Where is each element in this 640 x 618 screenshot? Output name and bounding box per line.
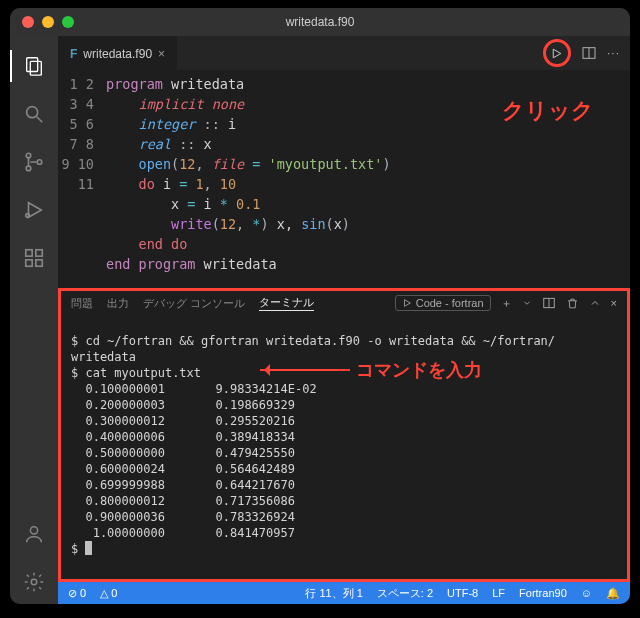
source-control-icon[interactable] [10,140,58,184]
status-eol[interactable]: LF [492,587,505,599]
output-row: 0.600000024 0.564642489 [71,462,295,476]
svg-marker-7 [29,203,42,218]
svg-point-5 [26,166,31,171]
activity-bar [10,36,58,604]
status-errors[interactable]: ⊘ 0 [68,587,86,600]
annotation-command: コマンドを入力 [260,358,482,382]
status-warnings[interactable]: △ 0 [100,587,117,600]
run-debug-icon[interactable] [10,188,58,232]
close-tab-icon[interactable]: × [158,47,165,61]
svg-line-3 [37,117,43,123]
svg-point-14 [31,579,37,585]
tab-problems[interactable]: 問題 [71,296,93,311]
code-content[interactable]: program writedata implicit none integer … [106,70,391,288]
status-lang[interactable]: Fortran90 [519,587,567,599]
svg-point-6 [37,160,42,165]
terminal-line: $ cat myoutput.txt [71,366,201,380]
status-encoding[interactable]: UTF-8 [447,587,478,599]
status-feedback-icon[interactable]: ☺ [581,587,592,599]
svg-point-2 [27,107,38,118]
run-button[interactable] [543,39,571,67]
svg-point-13 [30,527,37,534]
output-row: 0.100000001 9.98334214E-02 [71,382,317,396]
tab-output[interactable]: 出力 [107,296,129,311]
output-row: 0.900000036 0.783326924 [71,510,295,524]
status-bar: ⊘ 0 △ 0 行 11、列 1 スペース: 2 UTF-8 LF Fortra… [58,582,630,604]
output-row: 0.300000012 0.295520216 [71,414,295,428]
close-panel-icon[interactable]: × [611,297,617,309]
svg-rect-11 [36,260,42,266]
file-icon: F [70,47,77,61]
tab-label: writedata.f90 [83,47,152,61]
terminal-dropdown-icon[interactable] [522,298,532,308]
search-icon[interactable] [10,92,58,136]
panel-tabs: 問題 出力 デバッグ コンソール ターミナル Code - fortran ＋ [61,291,627,315]
svg-rect-0 [27,58,38,72]
tab-writedata[interactable]: F writedata.f90 × [58,36,177,70]
output-row: 0.800000012 0.717356086 [71,494,295,508]
line-gutter: 1 2 3 4 5 6 7 8 9 10 11 [58,70,106,288]
settings-icon[interactable] [10,560,58,604]
arrow-left-icon [260,369,350,371]
trash-icon[interactable] [566,297,579,310]
output-row: 0.699999988 0.644217670 [71,478,295,492]
split-editor-icon[interactable] [581,45,597,61]
titlebar: writedata.f90 [10,8,630,36]
maximize-panel-icon[interactable] [589,297,601,309]
terminal-profile[interactable]: Code - fortran [395,295,491,311]
window-title: writedata.f90 [10,15,630,29]
svg-rect-10 [26,260,32,266]
output-row: 1.00000000 0.841470957 [71,526,295,540]
svg-rect-12 [36,250,42,256]
explorer-icon[interactable] [10,44,58,88]
status-bell-icon[interactable]: 🔔 [606,587,620,600]
terminal-prompt: $ [71,542,85,556]
svg-marker-15 [554,49,562,58]
editor-actions: ··· [543,36,630,70]
svg-rect-9 [26,250,32,256]
extensions-icon[interactable] [10,236,58,280]
more-icon[interactable]: ··· [607,46,620,60]
split-terminal-icon[interactable] [542,296,556,310]
terminal-line: writedata [71,350,136,364]
status-spaces[interactable]: スペース: 2 [377,586,433,601]
tab-debug-console[interactable]: デバッグ コンソール [143,296,245,311]
terminal-line: $ cd ~/fortran && gfortran writedata.f90… [71,334,555,348]
account-icon[interactable] [10,512,58,556]
svg-marker-18 [404,300,410,307]
svg-rect-1 [30,61,41,75]
cursor [85,541,92,555]
status-lncol[interactable]: 行 11、列 1 [305,586,362,601]
tab-bar: F writedata.f90 × ··· [58,36,630,70]
annotation-click: クリック [502,96,594,126]
tab-terminal[interactable]: ターミナル [259,295,314,311]
output-row: 0.500000000 0.479425550 [71,446,295,460]
terminal-content[interactable]: $ cd ~/fortran && gfortran writedata.f90… [61,315,627,579]
terminal-panel: 問題 出力 デバッグ コンソール ターミナル Code - fortran ＋ [58,288,630,582]
output-row: 0.400000006 0.389418334 [71,430,295,444]
output-row: 0.200000003 0.198669329 [71,398,295,412]
svg-point-4 [26,153,31,158]
svg-point-8 [26,214,30,218]
new-terminal-icon[interactable]: ＋ [501,296,512,311]
